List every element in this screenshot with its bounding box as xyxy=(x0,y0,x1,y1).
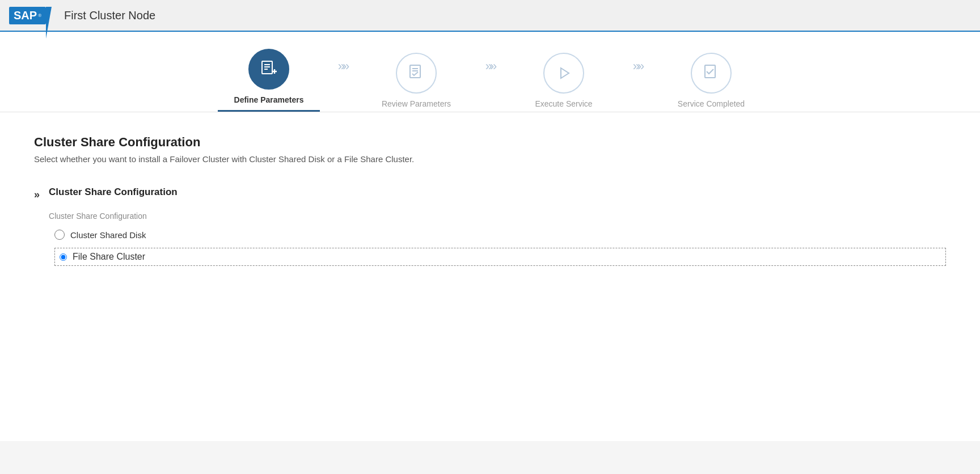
main-content: Cluster Share Configuration Select wheth… xyxy=(0,112,980,441)
radio-file-share[interactable] xyxy=(60,253,67,261)
step-label-review: Review Parameters xyxy=(382,99,451,108)
svg-marker-9 xyxy=(561,68,569,78)
step-circle-review xyxy=(396,53,437,94)
review-parameters-icon xyxy=(406,63,426,83)
config-field-label: Cluster Share Configuration xyxy=(49,211,946,221)
step-label-define: Define Parameters xyxy=(234,95,304,104)
radio-label-shared-disk: Cluster Shared Disk xyxy=(70,230,146,240)
step-review-parameters[interactable]: Review Parameters xyxy=(365,53,467,108)
step-label-execute: Execute Service xyxy=(535,99,592,108)
step-circle-completed xyxy=(691,53,732,94)
step-service-completed[interactable]: Service Completed xyxy=(660,53,762,108)
config-section: » Cluster Share Configuration Cluster Sh… xyxy=(34,187,946,266)
config-section-title: Cluster Share Configuration xyxy=(49,187,946,198)
wizard-steps: Define Parameters »» Review Parameters »… xyxy=(0,49,980,112)
config-body: Cluster Share Configuration Cluster Shar… xyxy=(49,187,946,266)
expand-icon[interactable]: » xyxy=(34,189,37,201)
section-title: Cluster Share Configuration xyxy=(34,135,946,150)
step-circle-define xyxy=(248,49,289,90)
step-underline-define xyxy=(218,110,320,112)
section-subtitle: Select whether you want to install a Fai… xyxy=(34,154,946,164)
app-header: SAP® First Cluster Node xyxy=(0,0,980,32)
chevron-right-icon-2: »» xyxy=(485,59,495,74)
sap-logo: SAP® xyxy=(9,7,46,24)
arrow-3: »» xyxy=(615,65,660,67)
radio-group: Cluster Shared Disk File Share Cluster xyxy=(54,230,946,266)
define-parameters-icon xyxy=(259,59,279,79)
radio-label-file-share: File Share Cluster xyxy=(73,252,145,262)
radio-shared-disk[interactable] xyxy=(54,230,65,240)
execute-service-icon xyxy=(554,63,574,83)
radio-item-shared-disk[interactable]: Cluster Shared Disk xyxy=(54,230,946,240)
radio-item-file-share-box[interactable]: File Share Cluster xyxy=(54,248,946,266)
step-execute-service[interactable]: Execute Service xyxy=(513,53,615,108)
chevron-right-icon-3: »» xyxy=(633,59,642,74)
step-label-completed: Service Completed xyxy=(678,99,745,108)
wizard-area: Define Parameters »» Review Parameters »… xyxy=(0,32,980,112)
arrow-2: »» xyxy=(467,65,513,67)
logo-triangle xyxy=(46,7,52,39)
svg-rect-10 xyxy=(705,65,715,78)
step-define-parameters[interactable]: Define Parameters xyxy=(218,49,320,112)
arrow-1: »» xyxy=(320,65,365,67)
step-circle-execute xyxy=(543,53,584,94)
page-title: First Cluster Node xyxy=(64,9,155,22)
service-completed-icon xyxy=(701,63,721,83)
chevron-right-icon-1: »» xyxy=(338,59,347,74)
